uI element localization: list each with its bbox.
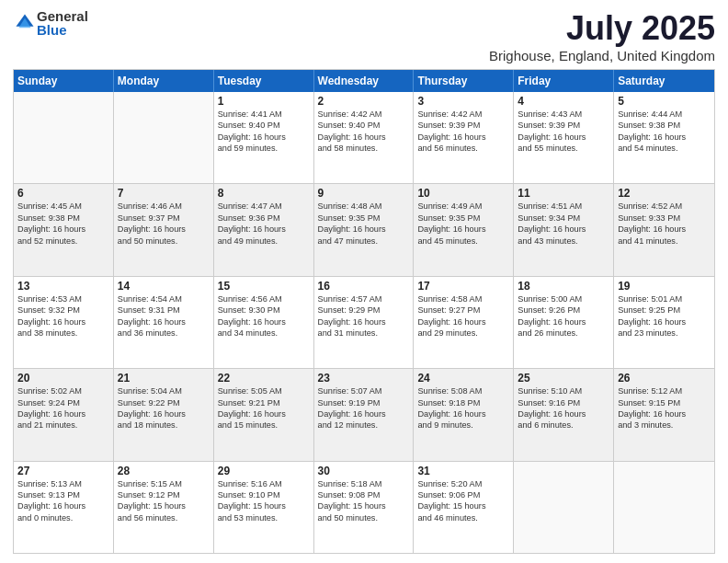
calendar-cell: 8Sunrise: 4:47 AMSunset: 9:36 PMDaylight…: [214, 184, 314, 275]
cell-line: Sunrise: 5:15 AM: [118, 478, 210, 489]
cell-line: Sunset: 9:12 PM: [118, 489, 210, 500]
cell-line: Sunset: 9:33 PM: [618, 213, 711, 224]
cell-line: Sunrise: 4:45 AM: [17, 201, 109, 212]
cell-line: Daylight: 15 hours: [417, 500, 509, 511]
day-number: 5: [618, 95, 711, 108]
cell-line: Sunset: 9:18 PM: [417, 397, 509, 408]
cell-line: and 9 minutes.: [417, 419, 509, 431]
cell-line: Daylight: 16 hours: [417, 316, 509, 327]
calendar-header-row: SundayMondayTuesdayWednesdayThursdayFrid…: [14, 70, 714, 92]
cell-line: Sunset: 9:29 PM: [318, 304, 410, 316]
cell-line: Daylight: 16 hours: [618, 132, 711, 143]
cell-line: and 52 minutes.: [17, 236, 109, 247]
cell-line: Sunrise: 5:10 AM: [518, 385, 609, 396]
calendar-cell: 17Sunrise: 4:58 AMSunset: 9:27 PMDayligh…: [414, 277, 514, 368]
day-number: 2: [318, 95, 410, 108]
day-number: 11: [518, 187, 609, 200]
day-number: 15: [218, 280, 310, 293]
title-block: July 2025 Brighouse, England, United Kin…: [489, 9, 715, 63]
day-number: 24: [417, 372, 509, 385]
cell-line: and 41 minutes.: [618, 236, 711, 247]
cell-line: Daylight: 16 hours: [218, 408, 310, 419]
calendar-cell: 29Sunrise: 5:16 AMSunset: 9:10 PMDayligh…: [214, 462, 314, 553]
calendar-cell: 15Sunrise: 4:56 AMSunset: 9:30 PMDayligh…: [214, 277, 314, 368]
calendar-cell: 21Sunrise: 5:04 AMSunset: 9:22 PMDayligh…: [114, 369, 214, 460]
cell-line: and 38 minutes.: [17, 327, 109, 339]
cell-line: Daylight: 16 hours: [318, 132, 410, 143]
day-number: 7: [118, 187, 210, 200]
cell-line: Sunset: 9:19 PM: [318, 397, 410, 408]
day-number: 28: [118, 465, 210, 477]
calendar-header-cell: Sunday: [14, 70, 114, 92]
cell-line: Sunrise: 5:12 AM: [618, 385, 711, 396]
cell-line: Sunrise: 4:49 AM: [417, 201, 509, 212]
cell-line: Sunrise: 4:44 AM: [618, 109, 711, 120]
cell-line: Sunrise: 5:13 AM: [17, 478, 109, 489]
logo-icon: [15, 13, 35, 33]
calendar-week: 27Sunrise: 5:13 AMSunset: 9:13 PMDayligh…: [14, 462, 714, 553]
cell-line: Sunrise: 5:08 AM: [417, 385, 509, 396]
cell-line: Daylight: 16 hours: [218, 132, 310, 143]
cell-line: Daylight: 16 hours: [518, 316, 609, 327]
cell-line: and 58 minutes.: [318, 143, 410, 154]
cell-line: Sunset: 9:24 PM: [17, 397, 109, 408]
cell-line: and 53 minutes.: [218, 512, 310, 523]
cell-line: Daylight: 16 hours: [518, 408, 609, 419]
cell-line: Sunset: 9:16 PM: [518, 397, 609, 408]
calendar-cell: 26Sunrise: 5:12 AMSunset: 9:15 PMDayligh…: [614, 369, 714, 460]
day-number: 16: [318, 280, 410, 293]
cell-line: Sunset: 9:26 PM: [518, 304, 609, 316]
cell-line: Daylight: 16 hours: [17, 316, 109, 327]
cell-line: and 56 minutes.: [118, 512, 210, 523]
logo-general-text: General: [37, 9, 88, 23]
day-number: 22: [218, 372, 310, 385]
cell-line: Sunrise: 4:47 AM: [218, 201, 310, 212]
cell-line: and 18 minutes.: [118, 419, 210, 431]
calendar-cell: 10Sunrise: 4:49 AMSunset: 9:35 PMDayligh…: [414, 184, 514, 275]
cell-line: and 59 minutes.: [218, 143, 310, 154]
day-number: 23: [318, 372, 410, 385]
day-number: 12: [618, 187, 711, 200]
cell-line: Sunrise: 4:43 AM: [518, 109, 609, 120]
cell-line: Sunrise: 5:05 AM: [218, 385, 310, 396]
calendar-cell: 5Sunrise: 4:44 AMSunset: 9:38 PMDaylight…: [614, 92, 714, 183]
cell-line: Daylight: 16 hours: [118, 316, 210, 327]
calendar-cell: 22Sunrise: 5:05 AMSunset: 9:21 PMDayligh…: [214, 369, 314, 460]
day-number: 27: [17, 465, 109, 477]
cell-line: Sunset: 9:21 PM: [218, 397, 310, 408]
cell-line: Sunrise: 5:16 AM: [218, 478, 310, 489]
day-number: 6: [17, 187, 109, 200]
cell-line: and 50 minutes.: [118, 236, 210, 247]
calendar: SundayMondayTuesdayWednesdayThursdayFrid…: [13, 69, 715, 554]
cell-line: Daylight: 15 hours: [318, 500, 410, 511]
day-number: 1: [218, 95, 310, 108]
calendar-cell: 28Sunrise: 5:15 AMSunset: 9:12 PMDayligh…: [114, 462, 214, 553]
day-number: 21: [118, 372, 210, 385]
calendar-header-cell: Saturday: [614, 70, 714, 92]
day-number: 29: [218, 465, 310, 477]
day-number: 4: [518, 95, 609, 108]
calendar-cell: 4Sunrise: 4:43 AMSunset: 9:39 PMDaylight…: [514, 92, 614, 183]
cell-line: and 12 minutes.: [318, 419, 410, 431]
cell-line: Sunrise: 4:42 AM: [318, 109, 410, 120]
cell-line: Daylight: 16 hours: [17, 224, 109, 235]
cell-line: Sunset: 9:25 PM: [618, 304, 711, 316]
cell-line: Sunrise: 4:56 AM: [218, 293, 310, 304]
calendar-cell: 1Sunrise: 4:41 AMSunset: 9:40 PMDaylight…: [214, 92, 314, 183]
cell-line: and 54 minutes.: [618, 143, 711, 154]
cell-line: Sunset: 9:35 PM: [417, 213, 509, 224]
day-number: 9: [318, 187, 410, 200]
calendar-cell: 16Sunrise: 4:57 AMSunset: 9:29 PMDayligh…: [314, 277, 415, 368]
cell-line: and 36 minutes.: [118, 327, 210, 339]
cell-line: and 50 minutes.: [318, 512, 410, 523]
cell-line: Sunset: 9:08 PM: [318, 489, 410, 500]
cell-line: and 34 minutes.: [218, 327, 310, 339]
cell-line: Daylight: 16 hours: [218, 316, 310, 327]
cell-line: and 15 minutes.: [218, 419, 310, 431]
cell-line: Daylight: 16 hours: [518, 132, 609, 143]
page: General Blue July 2025 Brighouse, Englan…: [0, 0, 728, 563]
calendar-cell: 23Sunrise: 5:07 AMSunset: 9:19 PMDayligh…: [314, 369, 415, 460]
calendar-week: 6Sunrise: 4:45 AMSunset: 9:38 PMDaylight…: [14, 184, 714, 276]
cell-line: Daylight: 16 hours: [417, 408, 509, 419]
calendar-cell: 2Sunrise: 4:42 AMSunset: 9:40 PMDaylight…: [314, 92, 415, 183]
